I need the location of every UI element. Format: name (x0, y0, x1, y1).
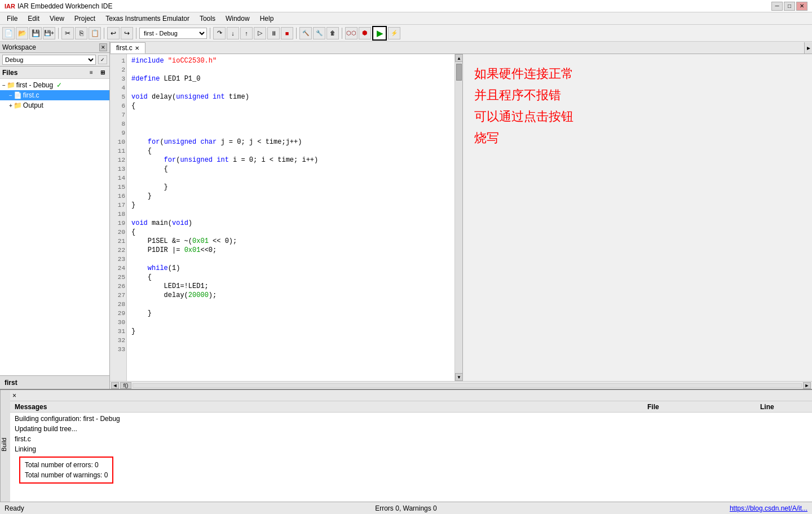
run-button[interactable]: ▷ (254, 27, 266, 39)
step-into-button[interactable]: ↓ (227, 27, 239, 39)
line-numbers: 12345 678910 1112131415 1617181920 21222… (110, 54, 127, 381)
scroll-track[interactable] (455, 62, 462, 373)
build-messages-area: Building configuration: first - Debug Up… (10, 413, 812, 502)
h-scroll-track[interactable] (133, 383, 802, 388)
minus-icon: − (2, 82, 6, 88)
build-columns-header: Messages File Line (10, 401, 812, 413)
build-button[interactable]: 🔨 (299, 27, 312, 39)
flash-button[interactable]: ⚡ (388, 27, 400, 39)
menu-edit[interactable]: Edit (23, 14, 44, 24)
file-firstc-label: first.c (23, 91, 39, 99)
save-button[interactable] (29, 27, 42, 39)
break-button[interactable]: ⏸ (267, 27, 280, 39)
workspace-label: Workspace (2, 43, 36, 51)
cut-icon (65, 29, 70, 37)
step-over-button[interactable]: ↷ (213, 27, 226, 39)
paste-button[interactable] (89, 27, 101, 39)
copy-button[interactable] (75, 27, 87, 39)
close-button[interactable]: ✕ (796, 2, 807, 11)
menu-project[interactable]: Project (70, 14, 100, 24)
plus-icon: + (9, 103, 12, 109)
redo-icon (124, 29, 130, 37)
build-close-button[interactable]: × (12, 392, 16, 400)
folder-icon: 📁 (14, 101, 22, 109)
cut-button[interactable] (61, 27, 74, 39)
rebuild-button[interactable]: 🔧 (313, 27, 325, 39)
editor-scroll-area: 12345 678910 1112131415 1617181920 21222… (110, 54, 812, 381)
files-view-btn1[interactable]: ≡ (87, 68, 96, 77)
step-out-button[interactable]: ↑ (240, 27, 253, 39)
minus-icon-2: − (9, 92, 12, 99)
window-controls: ─ □ ✕ (771, 2, 807, 11)
toolbar: 💾+ first - Debug ↷ ↓ ↑ ▷ ⏸ ■ 🔨 🔧 🗑 ⬡⬡ ⬢ … (0, 25, 812, 42)
sep5 (296, 28, 297, 39)
build-side-tab[interactable]: Build (0, 390, 10, 502)
open-icon (18, 29, 27, 37)
statusbar: Ready Errors 0, Warnings 0 https://blog.… (0, 502, 812, 514)
app-icon: IAR (5, 3, 15, 10)
scroll-down-button[interactable]: ▼ (455, 373, 462, 381)
project-tab-label: first (5, 379, 17, 387)
download-debug-button[interactable]: ▶ (372, 26, 387, 41)
col-line: Line (756, 403, 812, 411)
redo-button[interactable] (121, 27, 133, 39)
code-editor[interactable]: #include "ioCC2530.h" #define LED1 P1_0 … (127, 54, 454, 381)
files-label: Files (2, 69, 17, 77)
titlebar: IAR IAR Embedded Workbench IDE ─ □ ✕ (0, 0, 812, 12)
new-icon (5, 29, 13, 37)
files-view-btn2[interactable]: ⊞ (98, 68, 107, 77)
tab-close-icon[interactable]: ✕ (135, 45, 139, 51)
project-root-item[interactable]: − 📁 first - Debug ✓ (0, 80, 109, 90)
save-all-button[interactable]: 💾+ (43, 27, 55, 39)
menu-view[interactable]: View (45, 14, 69, 24)
vertical-scrollbar[interactable]: ▲ ▼ (454, 54, 462, 381)
stop-button[interactable]: ■ (281, 27, 293, 39)
undo-button[interactable] (107, 27, 120, 39)
files-header: Files ≡ ⊞ (0, 67, 109, 79)
project-icon: 📁 (7, 81, 15, 89)
menu-window[interactable]: Window (221, 14, 254, 24)
scroll-left-button[interactable]: ◄ (111, 382, 119, 389)
debug-mode-btn[interactable]: ✓ (98, 55, 107, 64)
tab-scroll-button[interactable]: ▸ (804, 42, 812, 54)
chip-button[interactable]: ⬡⬡ (345, 27, 358, 39)
annotation-line-3: 可以通过点击按钮 (474, 108, 801, 125)
output-folder-item[interactable]: + 📁 Output (0, 100, 109, 110)
workspace-close-button[interactable]: ✕ (99, 43, 107, 51)
config-dropdown[interactable]: first - Debug (139, 28, 207, 39)
copy-icon (80, 29, 83, 37)
scroll-right-button[interactable]: ► (803, 382, 811, 389)
status-url: https://blog.csdn.net/A/it... (730, 504, 807, 512)
save-icon (32, 29, 40, 37)
code-area: 12345 678910 1112131415 1617181920 21222… (110, 54, 462, 381)
file-icon: 📄 (14, 91, 22, 99)
maximize-button[interactable]: □ (784, 2, 795, 11)
tab-firstc[interactable]: first.c ✕ (110, 42, 145, 54)
new-button[interactable] (2, 27, 15, 39)
menu-ti-emulator[interactable]: Texas Instruments Emulator (101, 14, 194, 24)
stop-debug-button[interactable]: ⬢ (359, 27, 371, 39)
project-name: first - Debug (16, 81, 53, 89)
scroll-up-button[interactable]: ▲ (455, 54, 462, 62)
menu-help[interactable]: Help (255, 14, 279, 24)
tab-firstc-label: first.c (116, 44, 133, 52)
col-file: File (643, 403, 756, 411)
build-msg-3: first.c (15, 434, 807, 444)
workspace-bottom-label: first (0, 375, 109, 389)
errors-count: Total number of errors: 0 (25, 460, 108, 470)
editor-tabs: first.c ✕ ▸ (110, 42, 812, 54)
title-text: IAR Embedded Workbench IDE (17, 2, 771, 10)
annotation-line-4: 烧写 (474, 130, 801, 147)
debug-mode-select[interactable]: Debug (2, 55, 96, 65)
main-layout: Workspace ✕ Debug ✓ Files ≡ ⊞ − 📁 first … (0, 42, 812, 389)
open-button[interactable] (16, 27, 28, 39)
menu-tools[interactable]: Tools (195, 14, 220, 24)
warnings-count: Total number of warnings: 0 (25, 470, 108, 480)
workspace-header: Workspace ✕ (0, 42, 109, 53)
horizontal-scrollbar[interactable]: ◄ f() ► (110, 381, 812, 389)
file-firstc-item[interactable]: − 📄 first.c (0, 90, 109, 100)
clean-button[interactable]: 🗑 (326, 27, 339, 39)
menu-file[interactable]: File (2, 14, 22, 24)
scroll-thumb[interactable] (456, 64, 462, 81)
minimize-button[interactable]: ─ (771, 2, 783, 11)
